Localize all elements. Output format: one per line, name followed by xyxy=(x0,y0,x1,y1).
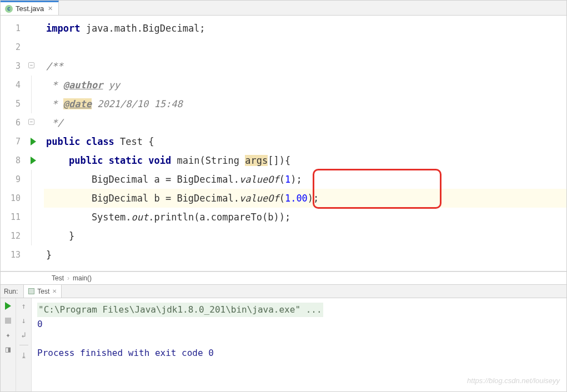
chevron-right-icon: › xyxy=(67,274,69,282)
console-exit: Process finished with exit code 0 xyxy=(37,346,561,360)
line-gutter: 123 456 789 101112 13 xyxy=(1,16,28,271)
stop-button[interactable] xyxy=(4,316,13,325)
breadcrumb-method[interactable]: main() xyxy=(73,274,92,282)
run-label: Run: xyxy=(1,288,23,295)
separator xyxy=(19,345,28,345)
gutter-icons xyxy=(28,16,44,271)
watermark: https://blog.csdn.net/louiseyy xyxy=(467,374,560,388)
run-class-icon[interactable] xyxy=(31,138,36,145)
fold-icon[interactable] xyxy=(28,119,34,125)
scroll-to-end-icon[interactable]: ⤓ xyxy=(19,351,28,360)
run-toolbar-left: ✦ ◨ xyxy=(1,298,16,391)
rerun-button[interactable] xyxy=(4,301,13,310)
run-toolwindow: ✦ ◨ ↑ ↓ ↲ ⤓ "C:\Program Files\Java\jdk1.… xyxy=(1,298,566,391)
layout-button[interactable]: ◨ xyxy=(4,345,13,354)
run-config-icon xyxy=(28,288,34,294)
editor-tabbar: Test.java ✕ xyxy=(1,1,566,16)
editor-tab-testjava[interactable]: Test.java ✕ xyxy=(1,1,59,15)
breadcrumb: Test › main() xyxy=(1,272,566,285)
code-editor[interactable]: 123 456 789 101112 13 import java.math.B… xyxy=(1,16,566,272)
console-output[interactable]: "C:\Program Files\Java\jdk1.8.0_201\bin\… xyxy=(32,298,566,391)
run-toolbar-right: ↑ ↓ ↲ ⤓ xyxy=(16,298,32,391)
code-area[interactable]: import java.math.BigDecimal; /** * @auth… xyxy=(44,16,566,271)
breadcrumb-class[interactable]: Test xyxy=(52,274,64,282)
close-icon[interactable]: ✕ xyxy=(52,288,57,294)
debug-rerun-button[interactable]: ✦ xyxy=(4,330,13,339)
scroll-up-icon[interactable]: ↑ xyxy=(19,301,28,310)
soft-wrap-icon[interactable]: ↲ xyxy=(19,330,28,339)
fold-icon[interactable] xyxy=(28,62,34,68)
close-icon[interactable]: ✕ xyxy=(48,5,53,12)
run-method-icon[interactable] xyxy=(31,157,36,164)
console-cmd: "C:\Program Files\Java\jdk1.8.0_201\bin\… xyxy=(37,303,323,317)
class-file-icon xyxy=(5,5,13,13)
run-toolwindow-header: Run: Test ✕ xyxy=(1,285,566,298)
run-config-tab[interactable]: Test ✕ xyxy=(23,285,62,298)
scroll-down-icon[interactable]: ↓ xyxy=(19,316,28,325)
run-config-name: Test xyxy=(37,288,49,295)
console-line: 0 xyxy=(37,317,561,331)
tab-filename: Test.java xyxy=(16,4,44,13)
